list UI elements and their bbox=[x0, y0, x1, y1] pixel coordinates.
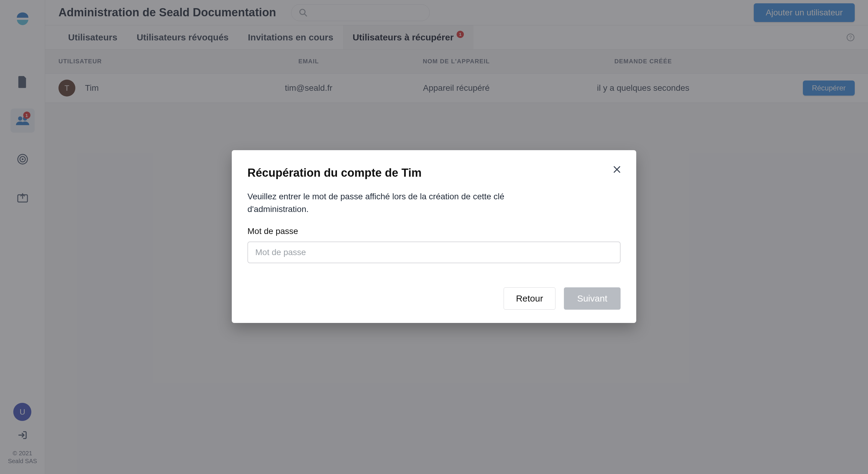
modal-description: Veuillez entrer le mot de passe affiché … bbox=[247, 190, 561, 215]
modal-title: Récupération du compte de Tim bbox=[247, 167, 621, 179]
back-button[interactable]: Retour bbox=[504, 287, 555, 310]
password-label: Mot de passe bbox=[247, 227, 621, 236]
modal: Récupération du compte de Tim Veuillez e… bbox=[232, 150, 636, 323]
next-button[interactable]: Suivant bbox=[564, 287, 621, 310]
password-input[interactable] bbox=[247, 241, 621, 263]
modal-close-button[interactable] bbox=[611, 164, 623, 176]
modal-overlay[interactable]: Récupération du compte de Tim Veuillez e… bbox=[0, 0, 868, 474]
close-icon bbox=[613, 165, 621, 174]
